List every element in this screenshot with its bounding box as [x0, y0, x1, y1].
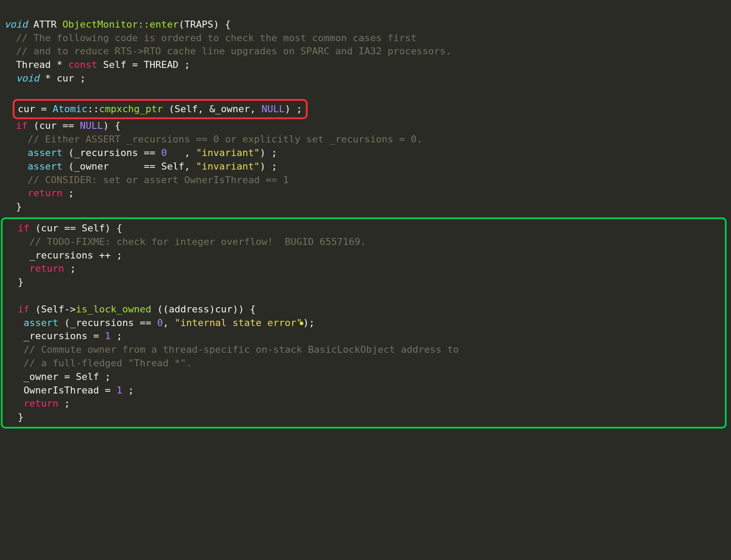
- line-signature: void ATTR ObjectMonitor::enter(TRAPS) {: [4, 19, 231, 30]
- highlight-green-box: if (cur == Self) { // TODO-FIXME: check …: [1, 217, 727, 429]
- comment-7: // a full-fledged "Thread *".: [6, 358, 192, 369]
- comment-5: // TODO-FIXME: check for integer overflo…: [6, 236, 366, 247]
- line-return-3: return ;: [6, 398, 70, 409]
- line-assert-2: assert (_owner == Self, "invariant") ;: [4, 161, 277, 172]
- line-rec-inc: _recursions ++ ;: [6, 250, 122, 261]
- brace-close-3: }: [6, 411, 24, 422]
- caret-icon: [300, 322, 303, 325]
- comment-2: // and to reduce RTS->RTO cache line upg…: [4, 46, 451, 57]
- line-if-self: if (cur == Self) {: [6, 223, 122, 234]
- highlight-red-box: cur = Atomic::cmpxchg_ptr (Self, &_owner…: [13, 99, 308, 120]
- brace-close-2: }: [6, 276, 24, 287]
- code-block: void ATTR ObjectMonitor::enter(TRAPS) { …: [0, 0, 731, 447]
- line-assert-3: assert (_recursions == 0, "internal stat…: [6, 317, 315, 328]
- line-void-cur: void * cur ;: [4, 73, 85, 84]
- comment-4: // CONSIDER: set or assert OwnerIsThread…: [4, 174, 289, 185]
- line-owner-is-thread: OwnerIsThread = 1 ;: [6, 385, 134, 396]
- line-rec-1: _recursions = 1 ;: [6, 330, 122, 341]
- line-owner-self: _owner = Self ;: [6, 371, 110, 382]
- line-return-1: return ;: [4, 188, 74, 198]
- kw-void: void: [4, 19, 28, 30]
- brace-close-1: }: [4, 201, 22, 212]
- line-self-decl: Thread * const Self = THREAD ;: [4, 59, 190, 70]
- comment-6: // Commute owner from a thread-specific …: [6, 344, 459, 355]
- comment-1: // The following code is ordered to chec…: [4, 32, 416, 43]
- line-if-lockowned: if (Self->is_lock_owned ((address)cur)) …: [6, 304, 256, 315]
- line-assert-1: assert (_recursions == 0 , "invariant") …: [4, 147, 277, 158]
- line-return-2: return ;: [6, 263, 76, 274]
- line-if-null: if (cur == NULL) {: [4, 120, 121, 131]
- comment-3: // Either ASSERT _recursions == 0 or exp…: [4, 134, 422, 145]
